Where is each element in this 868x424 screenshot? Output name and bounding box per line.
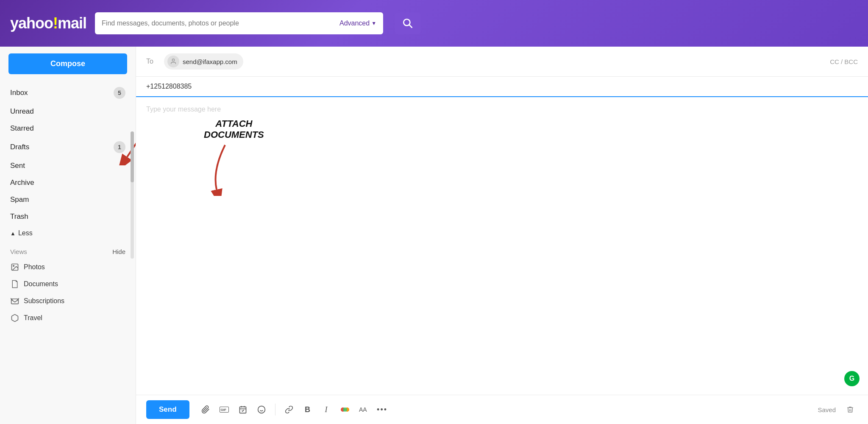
subject-input[interactable]	[146, 83, 858, 90]
avatar	[167, 56, 179, 67]
gif-icon[interactable]: GIF	[217, 402, 232, 417]
views-subscriptions[interactable]: Subscriptions	[0, 293, 136, 310]
yahoo-mail-logo: yahoo!mail	[10, 14, 86, 32]
document-icon	[10, 279, 19, 289]
svg-point-16	[258, 406, 265, 413]
grammarly-badge[interactable]: G	[844, 371, 860, 386]
svg-point-21	[343, 407, 347, 412]
advanced-button[interactable]: Advanced ▼	[339, 20, 376, 27]
scrollbar-track	[131, 131, 134, 259]
sidebar: Compose Inbox 5 Unread Starred Drafts 1 …	[0, 47, 136, 424]
views-section-header: Views Hide	[0, 241, 136, 259]
views-hide-button[interactable]: Hide	[112, 248, 125, 255]
scrollbar-thumb[interactable]	[131, 131, 134, 182]
nav-spam[interactable]: Spam	[0, 191, 136, 208]
recipient-chip[interactable]: send@ifaxapp.com	[164, 53, 243, 70]
search-input[interactable]	[102, 20, 336, 27]
nav-archive[interactable]: Archive	[0, 174, 136, 191]
attach-documents-annotation: ATTACHDOCUMENTS	[204, 118, 264, 198]
nav-inbox[interactable]: Inbox 5	[0, 83, 136, 103]
emoji-icon[interactable]	[254, 402, 269, 417]
cc-bcc-button[interactable]: CC / BCC	[830, 58, 858, 65]
annotation-arrow	[204, 141, 238, 196]
compose-toolbar: Send GIF	[136, 395, 868, 424]
to-label: To	[146, 58, 159, 65]
chevron-down-icon: ▼	[371, 20, 376, 26]
to-field: To send@ifaxapp.com CC / BCC	[136, 47, 868, 77]
link-icon[interactable]	[281, 402, 297, 417]
search-button[interactable]	[395, 12, 420, 34]
nav-trash[interactable]: Trash	[0, 208, 136, 225]
saved-status: Saved	[818, 406, 836, 413]
nav-starred[interactable]: Starred	[0, 120, 136, 137]
svg-point-8	[172, 59, 174, 61]
nav-drafts[interactable]: Drafts 1	[0, 137, 136, 157]
svg-text:GIF: GIF	[220, 408, 226, 412]
svg-point-4	[13, 265, 14, 267]
views-documents[interactable]: Documents	[0, 276, 136, 293]
compose-area: To send@ifaxapp.com CC / BCC Type your m…	[136, 47, 868, 424]
font-size-icon[interactable]: AA	[356, 402, 371, 417]
subject-field	[136, 77, 868, 97]
attach-icon[interactable]	[198, 402, 213, 417]
message-placeholder: Type your message here	[146, 106, 221, 113]
calendar-icon[interactable]	[235, 402, 250, 417]
bold-icon[interactable]: B	[300, 402, 315, 417]
travel-icon	[10, 313, 19, 323]
svg-rect-12	[239, 407, 246, 413]
views-travel[interactable]: Travel	[0, 310, 136, 326]
subscriptions-icon	[10, 296, 19, 306]
inbox-badge: 5	[114, 87, 125, 99]
delete-button[interactable]	[843, 402, 858, 417]
less-toggle[interactable]: ▲ Less	[0, 225, 136, 241]
nav-sent[interactable]: Sent	[0, 157, 136, 174]
main-layout: Compose Inbox 5 Unread Starred Drafts 1 …	[0, 47, 868, 424]
recipient-email: send@ifaxapp.com	[183, 58, 237, 65]
header: yahoo!mail Advanced ▼	[0, 0, 868, 47]
toolbar-separator-1	[275, 404, 275, 416]
italic-icon[interactable]: I	[319, 402, 334, 417]
search-bar: Advanced ▼	[95, 12, 383, 34]
more-options-icon[interactable]: •••	[375, 402, 390, 417]
svg-line-1	[409, 25, 412, 28]
drafts-badge: 1	[114, 141, 125, 153]
annotation-text: ATTACHDOCUMENTS	[204, 118, 264, 141]
message-body[interactable]: Type your message here ATTACHDOCUMENTS G	[136, 97, 868, 395]
svg-text:AA: AA	[359, 406, 367, 413]
send-button[interactable]: Send	[146, 400, 189, 419]
nav-unread[interactable]: Unread	[0, 103, 136, 120]
views-photos[interactable]: Photos	[0, 259, 136, 276]
photos-icon	[10, 262, 19, 272]
color-icon[interactable]	[337, 402, 353, 417]
compose-button[interactable]: Compose	[8, 53, 127, 74]
